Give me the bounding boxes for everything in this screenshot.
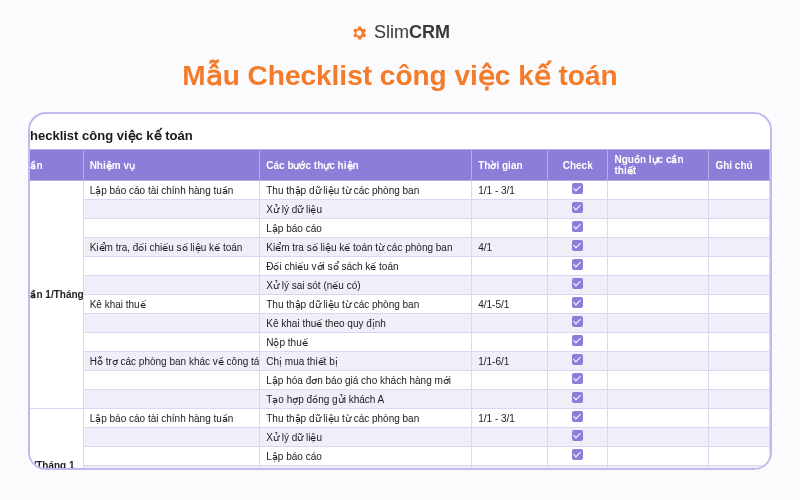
col-header-week: Tuần bbox=[28, 150, 83, 181]
check-cell[interactable] bbox=[547, 390, 608, 409]
col-header-resource: Nguồn lực cần thiết bbox=[608, 150, 709, 181]
task-cell bbox=[83, 371, 260, 390]
col-header-check: Check bbox=[547, 150, 608, 181]
table-row: Đối chiếu với sổ sách kế toán bbox=[28, 257, 770, 276]
checkbox-checked-icon[interactable] bbox=[572, 240, 583, 251]
checkbox-checked-icon[interactable] bbox=[572, 297, 583, 308]
check-cell[interactable] bbox=[547, 428, 608, 447]
brand-logo: SlimCRM bbox=[0, 0, 800, 51]
resource-cell bbox=[608, 352, 709, 371]
sheet-title: hecklist công việc kế toán bbox=[28, 128, 770, 149]
time-cell bbox=[472, 447, 548, 466]
check-cell[interactable] bbox=[547, 200, 608, 219]
resource-cell bbox=[608, 238, 709, 257]
resource-cell bbox=[608, 295, 709, 314]
note-cell bbox=[709, 390, 770, 409]
step-cell: Lập báo cáo bbox=[260, 219, 472, 238]
step-cell: Xử lý dữ liệu bbox=[260, 200, 472, 219]
check-cell[interactable] bbox=[547, 276, 608, 295]
table-row: Lập báo cáo bbox=[28, 219, 770, 238]
note-cell bbox=[709, 257, 770, 276]
check-cell[interactable] bbox=[547, 181, 608, 200]
checkbox-checked-icon[interactable] bbox=[572, 278, 583, 289]
col-header-step: Các bước thực hiện bbox=[260, 150, 472, 181]
table-row: Kiểm tra, đối chiếu số liệu kế toánKiểm … bbox=[28, 466, 770, 471]
checkbox-checked-icon[interactable] bbox=[572, 392, 583, 403]
note-cell bbox=[709, 295, 770, 314]
task-cell bbox=[83, 314, 260, 333]
step-cell: Nộp thuế bbox=[260, 333, 472, 352]
check-cell[interactable] bbox=[547, 238, 608, 257]
step-cell: Kiểm tra số liệu kế toán từ các phòng ba… bbox=[260, 466, 472, 471]
table-row: Hỗ trợ các phòng ban khác về công tác kế… bbox=[28, 352, 770, 371]
step-cell: Xử lý sai sót (nếu có) bbox=[260, 276, 472, 295]
time-cell bbox=[472, 257, 548, 276]
check-cell[interactable] bbox=[547, 371, 608, 390]
step-cell: Kiểm tra số liệu kế toán từ các phòng ba… bbox=[260, 238, 472, 257]
step-cell: Xử lý dữ liệu bbox=[260, 428, 472, 447]
note-cell bbox=[709, 314, 770, 333]
note-cell bbox=[709, 200, 770, 219]
checkbox-checked-icon[interactable] bbox=[572, 316, 583, 327]
time-cell bbox=[472, 200, 548, 219]
step-cell: Lập báo cáo bbox=[260, 447, 472, 466]
time-cell: 1/1-6/1 bbox=[472, 352, 548, 371]
resource-cell bbox=[608, 428, 709, 447]
col-header-note: Ghi chú bbox=[709, 150, 770, 181]
check-cell[interactable] bbox=[547, 257, 608, 276]
task-cell bbox=[83, 447, 260, 466]
task-cell: Hỗ trợ các phòng ban khác về công tác kế… bbox=[83, 352, 260, 371]
checkbox-checked-icon[interactable] bbox=[572, 468, 583, 470]
time-cell: 1/1 - 3/1 bbox=[472, 409, 548, 428]
checkbox-checked-icon[interactable] bbox=[572, 183, 583, 194]
table-row: Tạo hợp đồng gửi khách A bbox=[28, 390, 770, 409]
resource-cell bbox=[608, 181, 709, 200]
brand-name-bold: CRM bbox=[409, 22, 450, 42]
check-cell[interactable] bbox=[547, 295, 608, 314]
checkbox-checked-icon[interactable] bbox=[572, 449, 583, 460]
table-row: Lập báo cáo bbox=[28, 447, 770, 466]
checkbox-checked-icon[interactable] bbox=[572, 221, 583, 232]
checkbox-checked-icon[interactable] bbox=[572, 354, 583, 365]
check-cell[interactable] bbox=[547, 447, 608, 466]
time-cell bbox=[472, 371, 548, 390]
resource-cell bbox=[608, 447, 709, 466]
check-cell[interactable] bbox=[547, 314, 608, 333]
note-cell bbox=[709, 181, 770, 200]
checkbox-checked-icon[interactable] bbox=[572, 202, 583, 213]
time-cell: 4/1-5/1 bbox=[472, 295, 548, 314]
note-cell bbox=[709, 466, 770, 471]
check-cell[interactable] bbox=[547, 219, 608, 238]
time-cell: 4/1 bbox=[472, 466, 548, 471]
time-cell bbox=[472, 219, 548, 238]
checkbox-checked-icon[interactable] bbox=[572, 335, 583, 346]
resource-cell bbox=[608, 466, 709, 471]
check-cell[interactable] bbox=[547, 333, 608, 352]
step-cell: Thu thập dữ liệu từ các phòng ban bbox=[260, 409, 472, 428]
checkbox-checked-icon[interactable] bbox=[572, 373, 583, 384]
step-cell: Kê khai thuế theo quy định bbox=[260, 314, 472, 333]
note-cell bbox=[709, 428, 770, 447]
resource-cell bbox=[608, 409, 709, 428]
table-row: Lập hóa đơn báo giá cho khách hàng mới bbox=[28, 371, 770, 390]
check-cell[interactable] bbox=[547, 466, 608, 471]
table-row: n 2/Tháng 1Lập báo cáo tài chính hàng tu… bbox=[28, 409, 770, 428]
spreadsheet-panel: hecklist công việc kế toán Tuần Nhiệm vụ… bbox=[28, 112, 772, 470]
step-cell: Đối chiếu với sổ sách kế toán bbox=[260, 257, 472, 276]
task-cell bbox=[83, 219, 260, 238]
checkbox-checked-icon[interactable] bbox=[572, 259, 583, 270]
check-cell[interactable] bbox=[547, 352, 608, 371]
table-row: Tuần 1/Tháng 1Lập báo cáo tài chính hàng… bbox=[28, 181, 770, 200]
checkbox-checked-icon[interactable] bbox=[572, 411, 583, 422]
step-cell: Thu thập dữ liệu từ các phòng ban bbox=[260, 181, 472, 200]
week-cell: n 2/Tháng 1 bbox=[28, 409, 83, 471]
check-cell[interactable] bbox=[547, 409, 608, 428]
time-cell bbox=[472, 428, 548, 447]
note-cell bbox=[709, 276, 770, 295]
note-cell bbox=[709, 371, 770, 390]
table-row: Kiểm tra, đối chiếu số liệu kế toánKiểm … bbox=[28, 238, 770, 257]
time-cell bbox=[472, 390, 548, 409]
checkbox-checked-icon[interactable] bbox=[572, 430, 583, 441]
task-cell: Kê khai thuế bbox=[83, 295, 260, 314]
resource-cell bbox=[608, 276, 709, 295]
